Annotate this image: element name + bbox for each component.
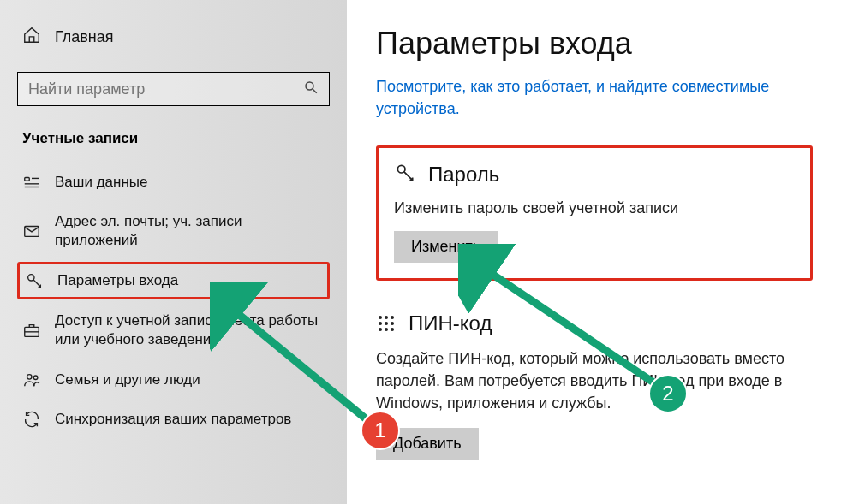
svg-point-15 [391,316,394,319]
password-section: Пароль Изменить пароль своей учетной зап… [376,145,813,281]
svg-point-20 [385,328,388,331]
sidebar-item-label: Адрес эл. почты; уч. записи приложений [55,212,325,250]
briefcase-icon [22,321,41,340]
svg-point-14 [385,316,388,319]
sidebar-item-work-access[interactable]: Доступ к учетной записи места работы или… [17,303,330,358]
svg-point-0 [306,82,313,90]
sidebar-item-your-info[interactable]: Ваши данные [17,164,330,200]
section-header: Учетные записи [17,130,330,147]
svg-point-11 [33,376,38,380]
pin-keypad-icon [376,313,397,334]
sidebar-item-sync[interactable]: Синхронизация ваших параметров [17,401,330,437]
home-icon [22,26,41,48]
change-password-button[interactable]: Изменить [394,231,498,263]
svg-rect-2 [25,178,30,181]
sidebar-item-signin-options[interactable]: Параметры входа [17,262,330,299]
svg-point-19 [379,328,382,331]
pin-title: ПИН-код [409,311,492,335]
svg-point-18 [391,322,394,325]
svg-point-21 [391,328,394,331]
sidebar-item-label: Синхронизация ваших параметров [55,410,291,429]
svg-point-13 [379,316,382,319]
key-icon [394,162,416,187]
search-input[interactable] [28,80,303,98]
pin-desc: Создайте ПИН-код, который можно использо… [376,347,826,414]
pin-section: ПИН-код Создайте ПИН-код, который можно … [376,311,826,460]
sidebar-item-label: Параметры входа [57,271,178,290]
password-desc: Изменить пароль своей учетной записи [394,199,795,217]
svg-point-16 [379,322,382,325]
page-title: Параметры входа [376,26,827,62]
svg-line-1 [313,89,317,93]
password-title: Пароль [428,163,499,187]
svg-point-12 [397,166,405,174]
sync-icon [22,410,41,429]
sidebar-item-label: Ваши данные [55,173,147,192]
people-icon [22,371,41,389]
sidebar-item-family[interactable]: Семья и другие люди [17,362,330,398]
nav-home[interactable]: Главная [17,26,330,48]
key-icon [25,271,44,290]
hint-link[interactable]: Посмотрите, как это работает, и найдите … [376,75,827,120]
mail-icon [22,222,41,240]
sidebar-item-email[interactable]: Адрес эл. почты; уч. записи приложений [17,204,330,258]
sidebar-item-label: Доступ к учетной записи места работы или… [55,311,325,349]
svg-point-7 [28,275,34,281]
main-content: Параметры входа Посмотрите, как это рабо… [347,0,853,504]
search-box[interactable] [17,72,330,106]
id-icon [22,173,41,192]
sidebar-item-label: Семья и другие люди [55,371,200,389]
nav-home-label: Главная [55,28,114,46]
svg-point-17 [385,322,388,325]
add-pin-button[interactable]: Добавить [376,428,479,460]
search-icon [303,80,319,98]
sidebar: Главная Учетные записи Ваши данные Адрес… [0,0,347,504]
svg-point-10 [27,374,33,379]
